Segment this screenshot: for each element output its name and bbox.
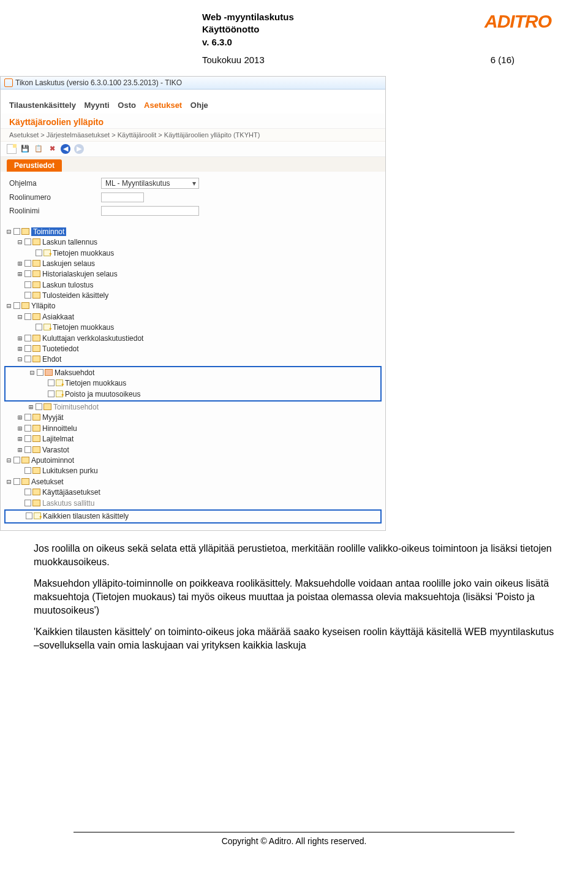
doc-title-line3: v. 6.3.0 — [202, 36, 294, 48]
select-ohjelma[interactable]: ML - Myyntilaskutus — [101, 178, 199, 189]
tree-poisto-ja-muutosoikeus[interactable]: Poisto ja muutosoikeus — [7, 389, 379, 400]
back-icon[interactable]: ◀ — [61, 144, 70, 154]
paragraph-2: Maksuehdon ylläpito-toiminnolle on poikk… — [34, 577, 554, 617]
doc-header-left: Web -myyntilaskutus Käyttöönotto v. 6.3.… — [202, 11, 294, 48]
tree-yllapito[interactable]: ⊟Ylläpito — [6, 301, 380, 311]
doc-subheader: Toukokuu 2013 6 (16) — [0, 52, 588, 76]
tree-lukituksen-purku[interactable]: Lukituksen purku — [6, 466, 380, 476]
highlight-maksuehdot-group: ⊟Maksuehdot Tietojen muokkaus Poisto ja … — [4, 366, 382, 402]
tree-myyjat[interactable]: ⊞Myyjät — [6, 413, 380, 423]
tree-lajitelmat[interactable]: ⊞Lajitelmat — [6, 434, 380, 444]
doc-page-number: 6 (16) — [491, 55, 514, 65]
tree-aputoiminnot[interactable]: ⊟Aputoiminnot — [6, 455, 380, 466]
page-title: Käyttäjäroolien ylläpito — [1, 113, 385, 129]
tab-bar: Perustiedot — [1, 157, 385, 172]
input-roolinumero[interactable] — [101, 192, 144, 202]
tree-asiakkaat[interactable]: ⊟Asiakkaat — [6, 312, 380, 322]
tree-laskun-tulostus[interactable]: Laskun tulostus — [6, 280, 380, 291]
paragraph-3: 'Kaikkien tilausten käsittely' on toimin… — [34, 625, 554, 652]
tree-kayttajaasetukset[interactable]: Käyttäjäasetukset — [6, 487, 380, 498]
doc-title-line2: Käyttöönotto — [202, 23, 294, 36]
tree-toiminnot[interactable]: ⊟Toiminnot — [6, 227, 380, 237]
tree-tietojen-muokkaus-1[interactable]: Tietojen muokkaus — [6, 248, 380, 259]
highlight-kaikkien-tilausten: Kaikkien tilausten käsittely — [4, 509, 382, 524]
tree-historialaskujen-selaus[interactable]: ⊞Historialaskujen selaus — [6, 269, 380, 280]
menu-ohje[interactable]: Ohje — [190, 101, 208, 110]
window-titlebar: Tikon Laskutus (versio 6.3.0.100 23.5.20… — [1, 77, 385, 90]
form-area: Ohjelma ML - Myyntilaskutus Roolinumero … — [1, 172, 385, 224]
paragraph-1: Jos roolilla on oikeus sekä selata että … — [34, 542, 554, 568]
tree-laskun-tallennus[interactable]: ⊟Laskun tallennus — [6, 237, 380, 248]
footer: Copyright © Aditro. All rights reserved. — [0, 685, 588, 864]
body-text: Jos roolilla on oikeus sekä selata että … — [0, 542, 588, 685]
copyright: Copyright © Aditro. All rights reserved. — [222, 836, 367, 846]
tree-asetukset[interactable]: ⊟Asetukset — [6, 477, 380, 487]
menu-osto[interactable]: Osto — [118, 101, 136, 110]
input-roolinimi[interactable] — [101, 206, 199, 216]
toolbar: 💾 📋 ✖ ◀ ▶ — [1, 142, 385, 157]
menu-asetukset[interactable]: Asetukset — [144, 101, 182, 110]
tree-ehdot[interactable]: ⊟Ehdot — [6, 354, 380, 365]
tree-tulosteiden-kasittely[interactable]: Tulosteiden käsittely — [6, 291, 380, 301]
tree-tietojen-muokkaus-2[interactable]: Tietojen muokkaus — [6, 322, 380, 333]
doc-header: Web -myyntilaskutus Käyttöönotto v. 6.3.… — [0, 0, 588, 52]
label-roolinumero: Roolinumero — [9, 193, 101, 202]
label-ohjelma: Ohjelma — [9, 179, 101, 188]
main-menu: Tilaustenkäsittely Myynti Osto Asetukset… — [1, 90, 385, 113]
app-icon — [4, 78, 13, 87]
tree-toimitusehdot[interactable]: ⊞Toimitusehdot — [6, 402, 380, 413]
tree-tuotetiedot[interactable]: ⊞Tuotetiedot — [6, 344, 380, 354]
save-icon[interactable]: 💾 — [20, 144, 30, 154]
menu-tilaustenkasittely[interactable]: Tilaustenkäsittely — [9, 101, 76, 110]
new-icon[interactable] — [7, 144, 17, 154]
delete-icon[interactable]: ✖ — [47, 144, 57, 154]
tree-kuluttajan-verkkolaskutustiedot[interactable]: ⊞Kuluttajan verkkolaskutustiedot — [6, 333, 380, 344]
label-roolinimi: Roolinimi — [9, 207, 101, 215]
doc-title-line1: Web -myyntilaskutus — [202, 11, 294, 23]
breadcrumb: Asetukset > Järjestelmäasetukset > Käytt… — [1, 129, 385, 142]
tree-hinnoittelu[interactable]: ⊞Hinnoittelu — [6, 424, 380, 434]
tree-kaikkien-tilausten-kasittely[interactable]: Kaikkien tilausten käsittely — [7, 511, 379, 522]
aditro-logo: ADITRO — [484, 11, 551, 32]
copy-icon[interactable]: 📋 — [34, 144, 43, 154]
menu-myynti[interactable]: Myynti — [85, 101, 110, 110]
tree-tietojen-muokkaus-3[interactable]: Tietojen muokkaus — [7, 378, 379, 389]
tree-laskujen-selaus[interactable]: ⊞Laskujen selaus — [6, 259, 380, 269]
tree-varastot[interactable]: ⊞Varastot — [6, 445, 380, 455]
tab-perustiedot[interactable]: Perustiedot — [7, 159, 62, 172]
permissions-tree: ⊟Toiminnot ⊟Laskun tallennus Tietojen mu… — [1, 224, 385, 531]
doc-date: Toukokuu 2013 — [202, 55, 265, 65]
window-title: Tikon Laskutus (versio 6.3.0.100 23.5.20… — [15, 78, 182, 87]
app-screenshot: Tikon Laskutus (versio 6.3.0.100 23.5.20… — [0, 76, 386, 531]
tree-maksuehdot[interactable]: ⊟Maksuehdot — [7, 368, 379, 378]
tree-laskutus-sallittu[interactable]: Laskutus sallittu — [6, 498, 380, 509]
forward-icon[interactable]: ▶ — [74, 144, 84, 154]
